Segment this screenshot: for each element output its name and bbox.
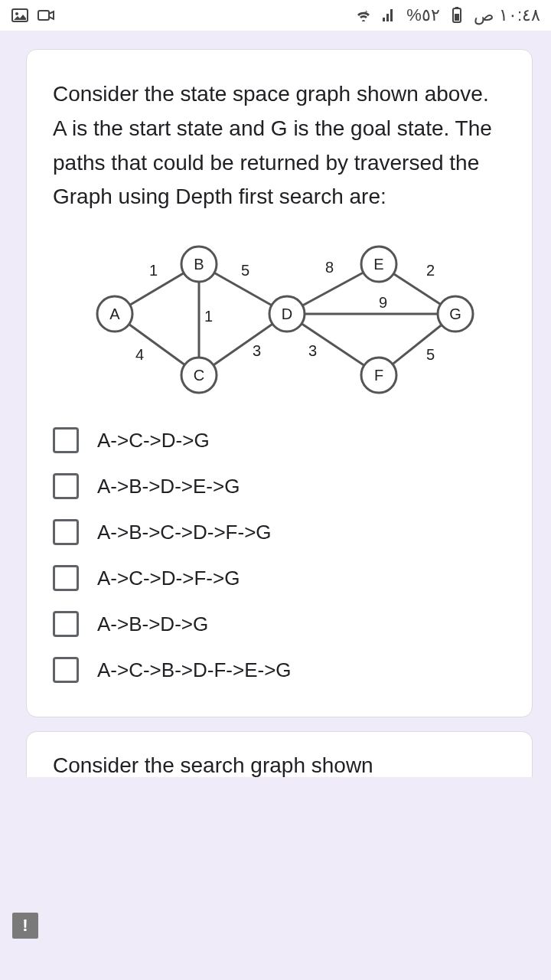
node-F: F [374, 367, 383, 384]
question-card: Consider the state space graph shown abo… [26, 49, 533, 717]
option-label: A->B->D->E->G [97, 475, 240, 498]
next-question-card: Consider the search graph shown [26, 731, 533, 777]
edge-CD: 3 [253, 342, 261, 359]
next-question-text: Consider the search graph shown [53, 753, 506, 777]
svg-point-6 [15, 12, 18, 15]
edge-EG: 2 [426, 262, 435, 279]
video-icon [37, 6, 55, 24]
option-label: A->C->D->F->G [97, 567, 240, 590]
checkbox-icon[interactable] [53, 657, 79, 683]
checkbox-icon[interactable] [53, 611, 79, 637]
status-bar: ١٠:٤٨ ص ٥٢% + [0, 0, 551, 31]
node-B: B [194, 256, 204, 273]
option-label: A->C->D->G [97, 429, 210, 452]
picture-icon [11, 6, 29, 24]
status-left: ١٠:٤٨ ص ٥٢% + [354, 5, 540, 25]
answer-options: A->C->D->G A->B->D->E->G A->B->C->D->F->… [53, 427, 506, 683]
status-time: ١٠:٤٨ ص [474, 5, 540, 25]
edge-DE: 8 [325, 259, 334, 276]
option-4[interactable]: A->C->D->F->G [53, 565, 506, 591]
graph-diagram: A B C D E F G 1 4 1 5 3 8 3 9 2 5 [53, 237, 506, 398]
svg-rect-2 [455, 7, 458, 8]
option-6[interactable]: A->C->B->D-F->E->G [53, 657, 506, 683]
node-E: E [373, 256, 383, 273]
checkbox-icon[interactable] [53, 427, 79, 453]
status-right [11, 6, 55, 24]
svg-text:+: + [364, 8, 368, 16]
option-5[interactable]: A->B->D->G [53, 611, 506, 637]
battery-icon [448, 6, 466, 24]
option-label: A->B->D->G [97, 612, 208, 636]
battery-pct: ٥٢% [406, 5, 440, 25]
question-text: Consider the state space graph shown abo… [53, 77, 506, 214]
signal-icon [380, 6, 399, 24]
edge-DF: 3 [308, 342, 317, 359]
option-label: A->C->B->D-F->E->G [97, 658, 292, 682]
option-1[interactable]: A->C->D->G [53, 427, 506, 453]
option-3[interactable]: A->B->C->D->F->G [53, 519, 506, 545]
node-A: A [109, 305, 120, 322]
edge-FG: 5 [426, 346, 435, 363]
option-label: A->B->C->D->F->G [97, 521, 272, 544]
checkbox-icon[interactable] [53, 519, 79, 545]
edge-BC: 1 [204, 308, 213, 325]
option-2[interactable]: A->B->D->E->G [53, 473, 506, 499]
node-G: G [449, 305, 461, 322]
edge-AC: 4 [135, 346, 144, 363]
svg-rect-1 [455, 14, 459, 21]
wifi-icon: + [354, 6, 373, 24]
edge-DG: 9 [379, 294, 387, 311]
checkbox-icon[interactable] [53, 473, 79, 499]
node-C: C [194, 367, 204, 384]
edge-AB: 1 [149, 262, 158, 279]
svg-rect-4 [38, 11, 49, 20]
node-D: D [282, 305, 292, 322]
edge-BD: 5 [241, 262, 249, 279]
report-flag-icon[interactable]: ! [12, 913, 38, 939]
checkbox-icon[interactable] [53, 565, 79, 591]
